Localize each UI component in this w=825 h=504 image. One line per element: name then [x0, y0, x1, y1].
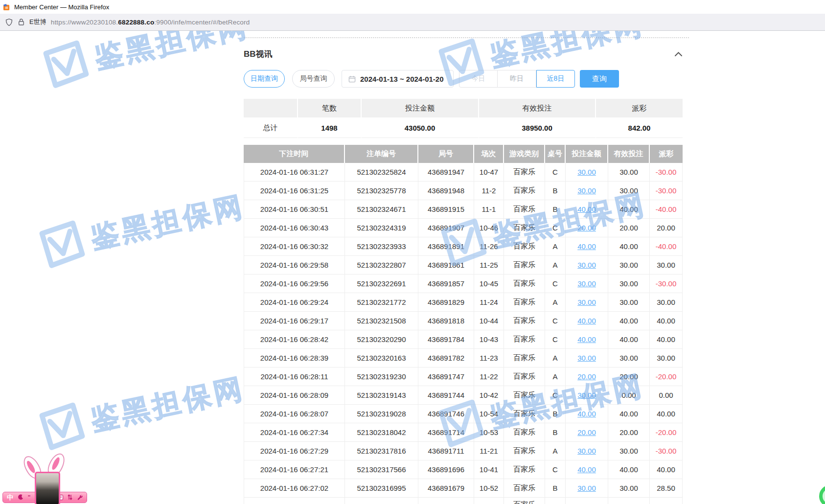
date-range-input[interactable]: 2024-01-13 ~ 2024-01-20: [342, 70, 454, 88]
cell-valid-bet: 20.00: [608, 423, 650, 442]
url-text[interactable]: https://www20230108.6822888.co:9900/infe…: [51, 19, 250, 26]
column-header-order-no: 注单编号: [345, 145, 418, 163]
cell-order-no: 521302319028: [345, 405, 418, 423]
cell-game-type: 百家乐: [504, 386, 545, 405]
cell-bet-time: 2024-01-16 06:29:58: [244, 256, 345, 275]
cell-table-no: C: [545, 312, 566, 330]
cell-valid-bet: 40.00: [608, 460, 650, 479]
bet-amount-link[interactable]: 30.00: [577, 168, 596, 176]
summary-header-blank: [244, 99, 298, 117]
table-row: 2024-01-16 06:28:07521302319028436891746…: [244, 405, 683, 423]
search-button[interactable]: 查询: [580, 70, 619, 88]
cell-session: 11-26: [474, 237, 504, 256]
moon-icon[interactable]: [18, 493, 23, 502]
bet-amount-link[interactable]: 20.00: [577, 428, 596, 436]
cell-bet-amount: 30.00: [566, 442, 608, 460]
url-suffix: :9900/infe/mcenter/#/betRecord: [154, 19, 250, 26]
cell-bet-amount: 30.00: [566, 479, 608, 498]
bet-amount-link[interactable]: 30.00: [577, 447, 596, 455]
cell-game-type: 百家乐: [504, 367, 545, 386]
bet-amount-link[interactable]: 40.00: [577, 465, 596, 474]
section-title: BB视讯: [244, 48, 273, 60]
cell-valid-bet: 30.00: [608, 275, 650, 293]
cell-bet-amount: 30.00: [566, 182, 608, 200]
cell-bet-amount: 30.00: [566, 275, 608, 293]
date-query-button[interactable]: 日期查询: [244, 70, 285, 88]
ime-punctuation-button[interactable]: '': [28, 495, 30, 500]
summary-header-payout: 派彩: [596, 99, 683, 117]
cell-valid-bet: [608, 498, 650, 504]
cell-order-no: 521302323933: [345, 237, 418, 256]
watermark: 鉴黑担保网: [32, 363, 250, 457]
cell-round-no: 436891744: [418, 386, 474, 405]
date-range-value: 2024-01-13 ~ 2024-01-20: [360, 75, 444, 83]
url-bar[interactable]: E世博 https://www20230108.6822888.co:9900/…: [0, 14, 825, 31]
yesterday-button[interactable]: 昨日: [498, 70, 536, 88]
table-row: 2024-01-16 06:27:02521302316995436891679…: [244, 479, 683, 498]
table-row: 2024-01-16 06:29:17521302321508436891818…: [244, 312, 683, 330]
summary-total-row: 总计149843050.0038950.00842.00: [244, 118, 683, 138]
toggle-icon[interactable]: [68, 493, 72, 502]
today-button[interactable]: 今日: [459, 70, 498, 88]
bet-amount-link[interactable]: 20.00: [577, 372, 596, 381]
table-row: 2024-01-16 06:30:51521302324671436891915…: [244, 200, 683, 219]
cell-bet-time: 2024-01-16 06:31:25: [244, 182, 345, 200]
cell-session: 10-52: [474, 479, 504, 498]
cell-round-no: 436891711: [418, 442, 474, 460]
cell-payout: -20.00: [650, 367, 683, 386]
bet-amount-link[interactable]: 30.00: [577, 354, 596, 362]
bet-amount-link[interactable]: 40.00: [577, 410, 596, 418]
cell-bet-amount: 30.00: [566, 163, 608, 182]
cell-round-no: 436891891: [418, 237, 474, 256]
wrench-icon[interactable]: [77, 493, 83, 502]
cell-round-no: [418, 498, 474, 504]
cell-table-no: [545, 498, 566, 504]
lock-icon[interactable]: [18, 18, 25, 26]
cell-order-no: 521302317566: [345, 460, 418, 479]
shield-icon[interactable]: [5, 18, 13, 26]
cell-valid-bet: 30.00: [608, 182, 650, 200]
cell-session: 10-53: [474, 423, 504, 442]
ime-chinese-mode-button[interactable]: 中: [7, 494, 13, 501]
bet-amount-link[interactable]: 40.00: [577, 335, 596, 344]
cell-valid-bet: 40.00: [608, 330, 650, 349]
cell-session: 11-2: [474, 182, 504, 200]
cell-round-no: 436891915: [418, 200, 474, 219]
cell-bet-time: 2024-01-16 06:29:56: [244, 275, 345, 293]
table-row: 2024-01-16 06:28:11521302319230436891747…: [244, 367, 683, 386]
bet-amount-link[interactable]: 30.00: [577, 261, 596, 269]
bet-amount-link[interactable]: 30.00: [577, 391, 596, 399]
cell-round-no: 436891782: [418, 349, 474, 367]
summary-header-bet-amount: 投注金额: [362, 99, 479, 117]
cell-order-no: 521302321508: [345, 312, 418, 330]
bet-amount-link[interactable]: 30.00: [577, 279, 596, 288]
cell-bet-amount: 20.00: [566, 423, 608, 442]
watermark-logo-icon: [32, 397, 89, 457]
floating-green-button[interactable]: [819, 485, 825, 504]
cell-round-no: 436891696: [418, 460, 474, 479]
cell-round-no: 436891829: [418, 293, 474, 312]
collapse-toggle[interactable]: [672, 49, 685, 59]
cell-table-no: B: [545, 423, 566, 442]
bet-amount-link[interactable]: 30.00: [577, 484, 596, 492]
bet-amount-link[interactable]: 30.00: [577, 298, 596, 306]
cell-round-no: 436891746: [418, 405, 474, 423]
table-row: 2024-01-16 06:31:25521302325778436891948…: [244, 182, 683, 200]
table-row: 2024-01-16 06:27:29521302317816436891711…: [244, 442, 683, 460]
table-row: 2024-01-16 06:29:24521302321772436891829…: [244, 293, 683, 312]
cell-payout: 28.50: [650, 479, 683, 498]
table-row: 2024-01-16 06:30:32521302323933436891891…: [244, 237, 683, 256]
bet-amount-link[interactable]: 20.00: [577, 224, 596, 232]
cell-payout: 30.00: [650, 293, 683, 312]
cell-game-type: 百家乐: [504, 312, 545, 330]
bet-amount-link[interactable]: 30.00: [577, 186, 596, 195]
cell-bet-amount: 40.00: [566, 330, 608, 349]
cell-order-no: 521302322691: [345, 275, 418, 293]
bet-amount-link[interactable]: 40.00: [577, 205, 596, 213]
round-query-button[interactable]: 局号查询: [292, 70, 335, 88]
last8days-button[interactable]: 近8日: [536, 70, 575, 88]
table-row: 2024-01-16 06:27:21521302317566436891696…: [244, 460, 683, 479]
bet-amount-link[interactable]: 40.00: [577, 317, 596, 325]
cell-round-no: 436891861: [418, 256, 474, 275]
bet-amount-link[interactable]: 40.00: [577, 242, 596, 251]
